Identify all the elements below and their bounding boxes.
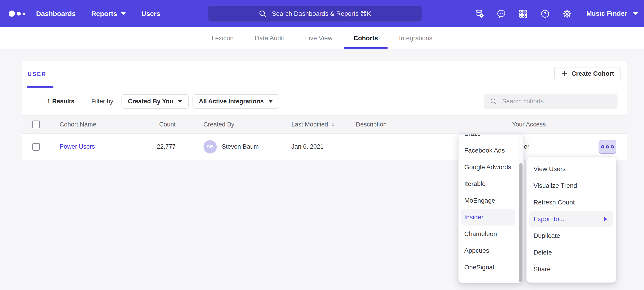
chevron-down-icon: [268, 100, 273, 103]
tab-cohorts[interactable]: Cohorts: [354, 27, 378, 49]
cohorts-card: USER Create Cohort 1 Results Filter by C…: [22, 61, 627, 160]
created-by-name: Steven Baum: [222, 143, 259, 150]
filter-toolbar: 1 Results Filter by Created By You All A…: [22, 87, 627, 115]
project-selector[interactable]: Music Finder: [586, 10, 638, 17]
section-tabs: Lexicon Data Audit Live View Cohorts Int…: [0, 27, 644, 49]
dot-icon: [611, 145, 614, 149]
menu-item-view-users[interactable]: View Users: [526, 161, 616, 177]
project-name: Music Finder: [586, 10, 627, 17]
tab-user-label: USER: [28, 71, 46, 77]
header-count[interactable]: Count: [137, 115, 176, 133]
row-context-menu: View Users Visualize Trend Refresh Count…: [526, 157, 616, 283]
export-destinations-submenu: Braze Facebook Ads Google Adwords Iterab…: [458, 134, 524, 283]
header-your-access[interactable]: Your Access: [495, 115, 563, 133]
logo-dot-large: [9, 11, 15, 17]
avatar: SB: [204, 140, 217, 154]
header-last-modified-label: Last Modified: [292, 121, 328, 128]
last-modified-cell: Jan 6, 2021: [292, 133, 324, 160]
nav-utilities: ? Music Finder: [475, 0, 644, 27]
integrations-filter-label: All Active Integrations: [199, 98, 264, 105]
row-checkbox[interactable]: [32, 143, 40, 151]
tab-live-view[interactable]: Live View: [305, 27, 332, 49]
header-created-by[interactable]: Created By: [204, 115, 234, 133]
data-settings-icon[interactable]: [475, 9, 484, 18]
svg-text:?: ?: [544, 11, 547, 16]
nav-reports-label: Reports: [91, 10, 117, 18]
table-row: Power Users 22,777 SB Steven Baum Jan 6,…: [22, 133, 627, 160]
results-count: 1 Results: [47, 98, 74, 105]
settings-gear-icon[interactable]: [562, 9, 572, 18]
tab-data-audit[interactable]: Data Audit: [255, 27, 284, 49]
menu-item-insider[interactable]: Insider: [461, 209, 515, 225]
menu-item-chameleon[interactable]: Chameleon: [458, 225, 518, 242]
menu-item-iterable[interactable]: Iterable: [458, 175, 518, 192]
menu-item-onesignal[interactable]: OneSignal: [458, 259, 518, 275]
tab-user-cohorts[interactable]: USER: [28, 61, 46, 87]
submenu-scrollbar-track[interactable]: [518, 134, 524, 283]
chevron-down-icon: [633, 12, 638, 15]
search-icon: [490, 98, 497, 105]
row-actions-button[interactable]: [598, 140, 616, 154]
menu-item-refresh-count[interactable]: Refresh Count: [526, 194, 616, 211]
menu-item-appcues[interactable]: Appcues: [458, 242, 518, 259]
main-nav: Dashboards Reports Users: [36, 10, 160, 18]
cohort-count: 22,777: [137, 133, 176, 160]
help-icon[interactable]: ?: [540, 9, 550, 18]
search-cohorts-input[interactable]: Search cohorts: [484, 94, 618, 109]
sort-icon: [330, 121, 336, 128]
chevron-down-icon: [121, 12, 126, 15]
dot-icon: [606, 145, 609, 149]
nav-dashboards[interactable]: Dashboards: [36, 10, 76, 18]
menu-item-export-to[interactable]: Export to...: [529, 211, 613, 227]
dot-icon: [601, 145, 604, 149]
apps-grid-icon[interactable]: [519, 9, 528, 18]
tab-lexicon[interactable]: Lexicon: [212, 27, 234, 49]
menu-item-moengage[interactable]: MoEngage: [458, 192, 518, 209]
menu-item-facebook-ads[interactable]: Facebook Ads: [458, 142, 518, 159]
menu-item-duplicate[interactable]: Duplicate: [526, 227, 616, 244]
menu-item-share[interactable]: Share: [526, 261, 616, 277]
create-cohort-label: Create Cohort: [572, 70, 614, 77]
submenu-arrow-icon: [604, 217, 607, 221]
logo-dot-medium: [17, 12, 21, 16]
chevron-down-icon: [178, 100, 182, 103]
filter-by-label: Filter by: [91, 98, 113, 105]
created-by-filter-label: Created By You: [128, 98, 173, 105]
menu-item-visualize-trend[interactable]: Visualize Trend: [526, 177, 616, 194]
global-search-bar[interactable]: Search Dashboards & Reports ⌘K: [208, 6, 422, 22]
divider: [83, 96, 83, 107]
search-cohorts-placeholder: Search cohorts: [502, 98, 544, 105]
menu-item-google-adwords[interactable]: Google Adwords: [458, 159, 518, 175]
create-cohort-button[interactable]: Create Cohort: [554, 67, 621, 80]
menu-item-delete[interactable]: Delete: [526, 244, 616, 261]
cohort-name-link[interactable]: Power Users: [60, 143, 95, 150]
nav-reports[interactable]: Reports: [91, 10, 126, 18]
created-by-cell: SB Steven Baum: [204, 133, 259, 160]
top-nav: Dashboards Reports Users Search Dashboar…: [0, 0, 644, 27]
nav-users[interactable]: Users: [141, 10, 160, 18]
logo-dot-small: [23, 13, 25, 15]
plus-icon: [561, 70, 568, 77]
cohorts-page: Dashboards Reports Users Search Dashboar…: [0, 0, 644, 290]
tab-integrations[interactable]: Integrations: [399, 27, 432, 49]
select-all-checkbox[interactable]: [32, 120, 40, 128]
feedback-icon[interactable]: [497, 9, 506, 18]
created-by-filter[interactable]: Created By You: [122, 94, 189, 109]
export-destinations-list: Braze Facebook Ads Google Adwords Iterab…: [458, 134, 524, 275]
export-to-label: Export to...: [534, 215, 564, 223]
integrations-filter[interactable]: All Active Integrations: [192, 94, 279, 109]
global-search-placeholder: Search Dashboards & Reports ⌘K: [272, 10, 371, 17]
table-header-row: Cohort Name Count Created By Last Modifi…: [22, 115, 627, 133]
mixpanel-logo[interactable]: [9, 11, 27, 17]
cohort-type-header: USER Create Cohort: [22, 61, 627, 87]
header-cohort-name[interactable]: Cohort Name: [60, 115, 96, 133]
header-description[interactable]: Description: [356, 115, 387, 133]
menu-item-braze[interactable]: Braze: [458, 134, 518, 142]
header-last-modified[interactable]: Last Modified: [292, 115, 336, 133]
search-icon: [258, 10, 267, 18]
submenu-scrollbar-thumb[interactable]: [519, 163, 522, 282]
